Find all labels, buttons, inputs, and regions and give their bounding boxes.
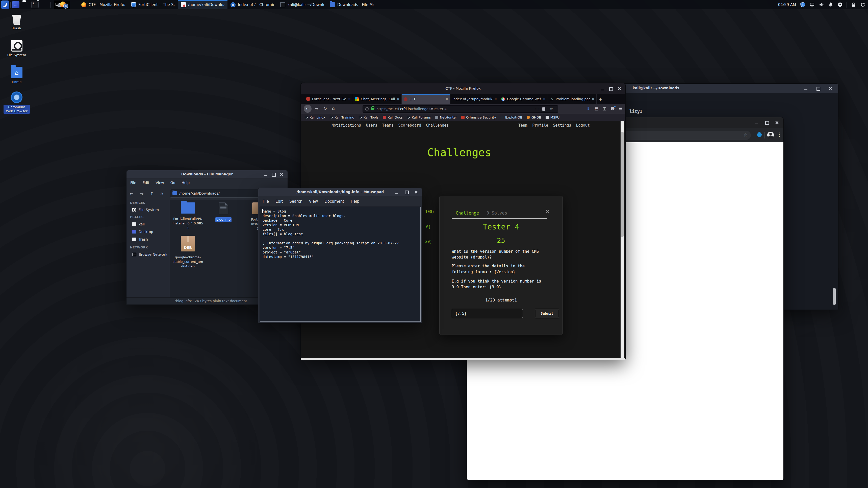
menu-edit[interactable]: Edit [275,199,283,204]
bookmark-kali-forums[interactable]: Kali Forums [407,115,431,119]
bookmark-nethunter[interactable]: NetHunter [435,115,457,119]
tab-close-icon[interactable]: ✕ [348,97,351,101]
terminal-scrollbar-thumb[interactable] [833,288,836,305]
desktop-icon-file-system[interactable]: File System [3,40,30,57]
mousepad-titlebar[interactable]: /home/kali/Downloads/blog.info - Mousepa… [258,188,422,196]
taskbar-button-terminal[interactable]: kali@kali: ~/Downloads [277,0,327,9]
menu-go[interactable]: Go [170,181,175,185]
nav-notifications[interactable]: Notifications [332,123,361,127]
tab-close-icon[interactable]: ✕ [543,97,546,101]
close-button[interactable] [774,120,779,125]
tab-teams[interactable]: Chat, Meetings, Callin ✕ [353,94,402,104]
new-tab-button[interactable]: + [597,94,604,104]
window-group-indicator[interactable] [54,0,70,9]
tab-forticlient[interactable]: Forticlient - Next Gene ✕ [304,94,353,104]
file-item-blog-info[interactable]: blog.info [210,202,237,222]
bookmark-ghdb[interactable]: GHDB [527,115,541,119]
tab-close-icon[interactable]: ✕ [397,97,399,101]
menu-help[interactable]: Help [351,199,359,204]
volume-icon[interactable] [818,2,824,7]
bookmark-kali-docs[interactable]: Kali Docs [383,115,403,119]
submit-button[interactable]: Submit [535,309,559,318]
tab-problem-loading[interactable]: ⚠ Problem loading page ✕ [548,94,597,104]
desktop-icon-home[interactable]: ⌂ Home [3,67,30,84]
nav-users[interactable]: Users [366,123,377,127]
home-button[interactable]: ⌂ [157,191,167,196]
menu-file[interactable]: File [262,199,269,204]
taskbar-button-firefox[interactable]: CTF - Mozilla Firefox [78,0,128,9]
bookmark-msfu[interactable]: MSFU [546,115,559,119]
bookmark-star-icon[interactable]: ☆ [744,133,747,138]
menu-document[interactable]: Document [324,199,344,204]
bookmark-star-icon[interactable]: ☆ [550,106,553,112]
bookmark-offensive-security[interactable]: Offensive Security [461,115,496,119]
menu-file[interactable]: File [130,181,136,185]
url-bar[interactable]: i https://ncl-ctf.ctfd.io/challenges#Tes… [363,105,558,113]
sidebar-item-browse-network[interactable]: Browse Network [132,253,167,257]
site-info-icon[interactable]: i [365,107,369,111]
tab-close-icon[interactable]: ✕ [592,97,594,101]
modal-close-icon[interactable] [545,209,549,213]
account-icon[interactable]: ☻ [611,106,615,111]
hamburger-menu-icon[interactable]: ☰ [619,106,622,111]
tab-close-icon[interactable]: ✕ [445,97,448,101]
notifications-bell-icon[interactable] [828,2,833,7]
nav-team[interactable]: Team [518,123,527,127]
nav-profile[interactable]: Profile [532,123,548,127]
forward-button[interactable]: → [136,191,147,196]
nav-logout[interactable]: Logout [576,123,590,127]
minimize-button[interactable] [263,172,268,177]
nav-scoreboard[interactable]: Scoreboard [398,123,421,127]
bookmark-kali-training[interactable]: Kali Training [330,115,354,119]
up-button[interactable]: ↑ [147,191,157,196]
file-manager-titlebar[interactable]: Downloads - File Manager [126,170,287,178]
forticlient-tray-icon[interactable] [800,2,805,7]
sidebar-item-trash[interactable]: Trash [132,237,148,241]
desktop-icon-trash[interactable]: Trash [3,13,30,30]
display-settings-icon[interactable] [809,2,815,7]
sidebar-item-kali[interactable]: kali [132,222,145,226]
taskbar-button-chromium[interactable]: Index of / - Chromium [227,0,277,9]
launcher-app-menu[interactable]: ⋯ [12,1,20,8]
modal-tab-solves[interactable]: 0 Solves [487,210,507,216]
downloads-icon[interactable]: ⇩ [587,106,590,111]
bookmark-kali-linux[interactable]: Kali Linux [305,115,326,119]
profile-avatar-icon[interactable] [767,132,774,138]
file-item-chrome-deb[interactable]: DEB google-chrome-stable_current_amd64.d… [170,236,206,269]
tab-ctf-active[interactable]: CTF ✕ [402,94,451,104]
menu-view[interactable]: View [156,181,164,185]
menu-view[interactable]: View [309,199,318,204]
close-button[interactable] [413,190,418,195]
menu-search[interactable]: Search [289,199,303,204]
minimize-button[interactable] [600,86,605,91]
tab-close-icon[interactable]: ✕ [494,97,497,101]
taskbar-button-file-manager[interactable]: Downloads - File Manag... [327,0,377,9]
tab-chrome-web-store[interactable]: Google Chrome Web B ✕ [499,94,548,104]
menu-edit[interactable]: Edit [143,181,149,185]
close-button[interactable] [617,86,622,91]
desktop-icon-chromium[interactable]: Chromium Web Browser [3,91,30,114]
maximize-button[interactable] [271,172,276,177]
page-scrollbar-thumb[interactable] [621,132,624,237]
launcher-terminal[interactable]: $_ [31,1,39,8]
terminal-scrollbar[interactable] [832,93,832,309]
tab-index-of-drupal[interactable]: Index of /drupal/modules/ ✕ [451,94,499,104]
power-manager-icon[interactable] [837,2,843,7]
maximize-button[interactable] [608,86,613,91]
clock[interactable]: 04:59 AM [778,2,796,7]
sidebar-item-desktop[interactable]: Desktop [132,230,153,234]
bookmark-exploit-db[interactable]: Exploit-DB [500,115,522,119]
taskbar-button-forticlient[interactable]: FortiClient -- The Securi... [128,0,178,9]
maximize-button[interactable] [404,190,409,195]
drupal-extension-icon[interactable] [756,132,763,138]
menu-help[interactable]: Help [182,181,190,185]
back-button[interactable]: ← [304,105,312,113]
firefox-titlebar[interactable]: CTF - Mozilla Firefox [301,83,625,94]
kali-applications-menu[interactable] [1,0,9,9]
forward-button[interactable]: → [315,106,318,111]
horizontal-scrollbar[interactable] [301,358,625,360]
lock-screen-icon[interactable] [850,2,856,7]
tracking-protection-icon[interactable] [542,107,545,111]
text-editor-area[interactable]: name = Blog description = Enables multi-… [260,207,421,322]
home-button[interactable]: ⌂ [332,106,335,111]
